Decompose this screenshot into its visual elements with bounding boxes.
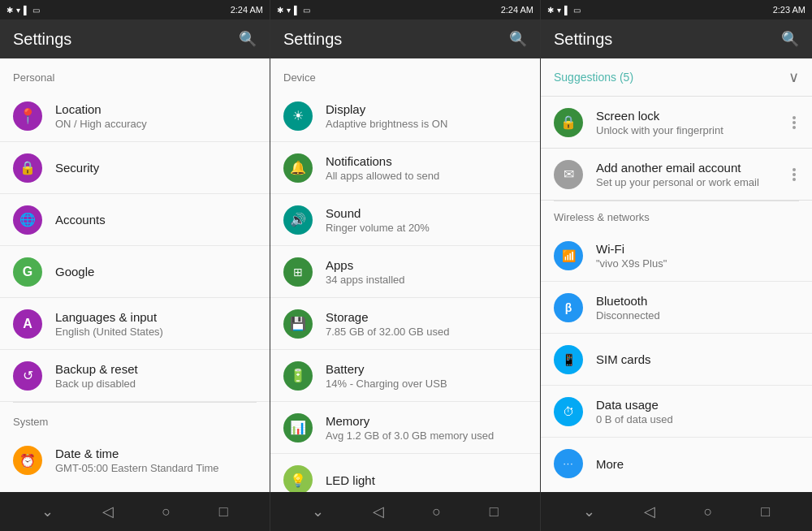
languages-item[interactable]: A Languages & input English (United Stat…	[0, 298, 270, 350]
settings-title-left: Settings	[13, 30, 71, 49]
nav-back-left[interactable]: ◁	[96, 496, 120, 527]
screen-lock-suggestion[interactable]: 🔒 Screen lock Unlock with your fingerpri…	[541, 97, 812, 149]
bluetooth-status-icon: ✱	[6, 6, 13, 15]
status-time-left: 2:24 AM	[231, 5, 263, 15]
led-icon: 💡	[283, 465, 313, 492]
settings-title-mid: Settings	[283, 30, 342, 49]
sim-title: SIM cards	[596, 352, 799, 366]
nav-chevron-right[interactable]: ⌄	[577, 496, 602, 527]
accounts-item[interactable]: 🌐 Accounts	[0, 194, 270, 246]
nav-home-left[interactable]: ○	[155, 497, 177, 527]
bluetooth-right-icon: ✱	[547, 6, 554, 15]
wireless-header: Wireless & networks	[541, 201, 812, 230]
status-bar-right: ✱ ▾ ▌ ▭ 2:23 AM	[541, 0, 812, 19]
sound-subtitle: Ringer volume at 20%	[326, 222, 527, 234]
battery-item[interactable]: 🔋 Battery 14% - Charging over USB	[270, 350, 540, 402]
memory-title: Memory	[326, 414, 527, 428]
more-title: More	[596, 457, 799, 471]
screen-lock-subtitle: Unlock with your fingerprint	[596, 124, 783, 136]
search-icon-left[interactable]: 🔍	[239, 30, 257, 48]
data-usage-icon: ⏱	[554, 397, 583, 426]
status-time-mid: 2:24 AM	[501, 5, 533, 15]
google-title: Google	[55, 265, 257, 278]
wifi-mid-icon: ▾	[287, 6, 291, 15]
notifications-icon: 🔔	[283, 153, 313, 183]
location-subtitle: ON / High accuracy	[55, 118, 257, 130]
battery-title: Battery	[326, 362, 527, 376]
status-icons-right: ✱ ▾ ▌ ▭	[547, 6, 581, 15]
languages-subtitle: English (United States)	[55, 326, 257, 338]
search-icon-mid[interactable]: 🔍	[509, 30, 527, 48]
suggestions-chevron-icon: ∨	[788, 68, 799, 86]
display-icon: ☀	[283, 101, 313, 131]
suggestions-header[interactable]: Suggestions (5) ∨	[541, 58, 812, 97]
search-icon-right[interactable]: 🔍	[781, 30, 799, 48]
nav-chevron-mid[interactable]: ⌄	[305, 496, 330, 527]
storage-item[interactable]: 💾 Storage 7.85 GB of 32.00 GB used	[270, 298, 540, 350]
sound-title: Sound	[326, 206, 527, 220]
wifi-subtitle: "vivo X9s Plus"	[596, 257, 799, 270]
email-account-suggestion[interactable]: ✉ Add another email account Set up your …	[541, 149, 812, 201]
more-icon: ···	[554, 449, 583, 478]
notifications-subtitle: All apps allowed to send	[326, 170, 527, 182]
accounts-icon: 🌐	[13, 205, 42, 235]
nav-back-mid[interactable]: ◁	[366, 496, 391, 527]
location-item[interactable]: 📍 Location ON / High accuracy	[0, 90, 270, 142]
right-panel: ✱ ▾ ▌ ▭ 2:23 AM Settings 🔍 Suggestions (…	[541, 0, 812, 531]
email-more-button[interactable]	[789, 165, 799, 184]
data-usage-subtitle: 0 B of data used	[596, 413, 799, 425]
nav-recent-mid[interactable]: □	[483, 497, 505, 527]
nav-chevron-left[interactable]: ⌄	[35, 496, 60, 527]
display-title: Display	[326, 102, 527, 116]
sim-item[interactable]: 📱 SIM cards	[541, 334, 812, 386]
email-icon: ✉	[554, 160, 583, 189]
device-header: Device	[270, 58, 540, 90]
mid-content: Device ☀ Display Adaptive brightness is …	[270, 58, 540, 492]
screen-lock-icon: 🔒	[554, 108, 583, 137]
google-item[interactable]: G Google	[0, 246, 270, 298]
security-icon: 🔒	[13, 153, 42, 183]
notifications-item[interactable]: 🔔 Notifications All apps allowed to send	[270, 142, 540, 194]
email-title: Add another email account	[596, 161, 783, 175]
memory-icon: 📊	[283, 413, 313, 442]
status-icons-mid: ✱ ▾ ▌ ▭	[277, 6, 310, 15]
bluetooth-title: Bluetooth	[596, 294, 799, 308]
wifi-status-icon: ▾	[16, 6, 20, 15]
screen-lock-more-button[interactable]	[789, 113, 799, 132]
signal-status-icon: ▌	[24, 6, 29, 15]
sound-item[interactable]: 🔊 Sound Ringer volume at 20%	[270, 194, 540, 246]
apps-subtitle: 34 apps installed	[326, 274, 527, 286]
nav-back-right[interactable]: ◁	[637, 496, 662, 527]
led-title: LED light	[326, 473, 527, 487]
security-item[interactable]: 🔒 Security	[0, 142, 270, 194]
bluetooth-icon: β	[554, 293, 583, 322]
storage-icon: 💾	[283, 309, 313, 339]
nav-home-right[interactable]: ○	[698, 497, 719, 527]
nav-home-mid[interactable]: ○	[425, 497, 447, 527]
nav-bar-left: ⌄ ◁ ○ □	[0, 492, 270, 531]
sim-icon: 📱	[554, 345, 583, 374]
apps-item[interactable]: ⊞ Apps 34 apps installed	[270, 246, 540, 298]
wifi-item[interactable]: 📶 Wi-Fi "vivo X9s Plus"	[541, 230, 812, 282]
languages-icon: A	[13, 309, 42, 339]
top-bar-mid: Settings 🔍	[270, 19, 540, 58]
accounts-title: Accounts	[55, 213, 257, 227]
battery-subtitle: 14% - Charging over USB	[326, 378, 527, 390]
bluetooth-item[interactable]: β Bluetooth Disconnected	[541, 282, 812, 334]
nav-recent-left[interactable]: □	[213, 497, 235, 527]
datetime-item[interactable]: ⏰ Date & time GMT-05:00 Eastern Standard…	[0, 434, 270, 486]
data-usage-item[interactable]: ⏱ Data usage 0 B of data used	[541, 386, 812, 438]
battery-mid-icon: ▭	[303, 6, 310, 15]
status-time-right: 2:23 AM	[773, 5, 806, 15]
more-item[interactable]: ··· More	[541, 438, 812, 490]
battery-right-icon: ▭	[573, 6, 581, 15]
memory-item[interactable]: 📊 Memory Avg 1.2 GB of 3.0 GB memory use…	[270, 402, 540, 454]
left-content: Personal 📍 Location ON / High accuracy 🔒…	[0, 58, 270, 492]
led-item[interactable]: 💡 LED light	[270, 454, 540, 492]
location-title: Location	[55, 102, 257, 116]
wifi-icon: 📶	[554, 241, 583, 270]
display-item[interactable]: ☀ Display Adaptive brightness is ON	[270, 90, 540, 142]
backup-item[interactable]: ↺ Backup & reset Back up disabled	[0, 350, 270, 402]
screen-lock-title: Screen lock	[596, 109, 783, 123]
nav-recent-right[interactable]: □	[754, 497, 776, 527]
